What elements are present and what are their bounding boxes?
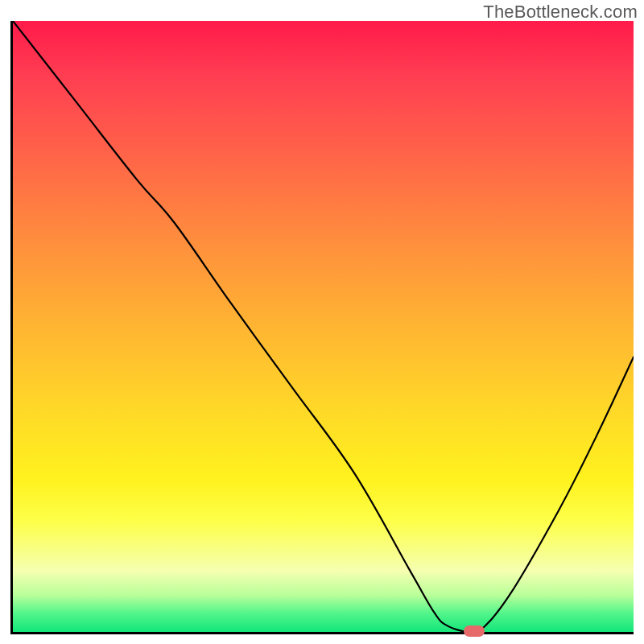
- plot-frame: [10, 21, 634, 634]
- optimal-marker: [464, 625, 485, 637]
- curve-svg: [13, 21, 634, 632]
- chart-container: TheBottleneck.com: [0, 0, 644, 644]
- watermark-text: TheBottleneck.com: [483, 2, 638, 23]
- bottleneck-curve: [13, 21, 634, 632]
